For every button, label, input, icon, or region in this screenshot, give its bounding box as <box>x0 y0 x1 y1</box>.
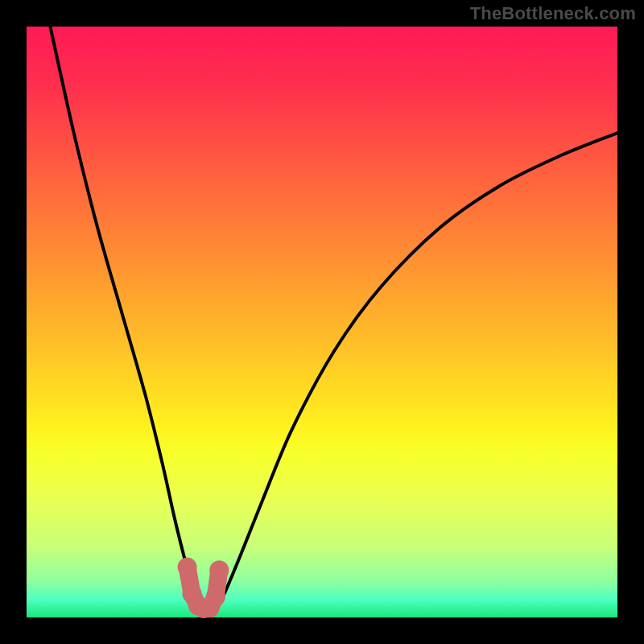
app-frame: TheBottleneck.com <box>0 0 644 644</box>
highlight-dot <box>178 558 197 577</box>
chart-background <box>27 27 617 617</box>
bottleneck-chart <box>0 0 644 644</box>
highlight-dot <box>209 560 229 580</box>
highlight-dot <box>206 587 225 606</box>
watermark-text: TheBottleneck.com <box>470 3 636 24</box>
